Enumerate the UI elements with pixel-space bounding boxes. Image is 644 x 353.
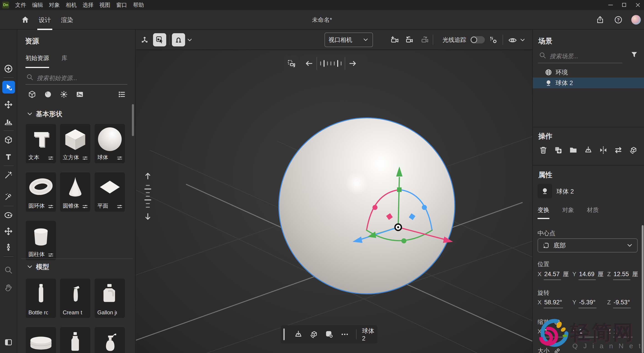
chevron-down-icon[interactable]: [26, 264, 33, 270]
mirror-icon[interactable]: [599, 146, 608, 155]
pan-tool[interactable]: [4, 227, 13, 236]
properties-scrollbar[interactable]: [642, 225, 644, 353]
asset-card-torus[interactable]: 圆环体: [26, 172, 56, 212]
position-z-field[interactable]: Z 12.55 厘: [607, 270, 642, 280]
tab-library[interactable]: 库: [62, 54, 67, 62]
drop-to-ground-icon[interactable]: [294, 330, 303, 339]
share-icon[interactable]: [596, 16, 604, 24]
asset-card-cube[interactable]: 立方体: [60, 124, 90, 163]
raytrace-toggle[interactable]: [470, 36, 485, 44]
arrow-left-icon[interactable]: [305, 59, 313, 68]
tune-icon[interactable]: [82, 203, 88, 210]
menu-file[interactable]: 文件: [12, 0, 29, 10]
menu-view[interactable]: 视图: [96, 0, 113, 10]
position-x-field[interactable]: X 24.57 厘: [538, 270, 572, 280]
asset-card-cone[interactable]: 圆锥体: [60, 172, 90, 212]
more-options-icon[interactable]: [340, 330, 349, 339]
asset-card-cylinder[interactable]: 圆柱体: [26, 221, 56, 260]
tab-transform[interactable]: 变换: [538, 206, 550, 214]
toggle-panel-icon[interactable]: [4, 338, 13, 347]
rotate-object-icon[interactable]: [309, 330, 318, 339]
move-tool[interactable]: [4, 100, 13, 109]
asset-card-square-bottle[interactable]: [60, 327, 90, 353]
minimize-button[interactable]: [608, 2, 614, 8]
camera-redo-icon[interactable]: [420, 36, 429, 44]
pivot-dropdown[interactable]: 底部: [538, 238, 638, 252]
tune-icon[interactable]: [82, 155, 88, 162]
camera-bookmark-button[interactable]: [284, 55, 299, 72]
vertical-dolly-widget[interactable]: [143, 172, 153, 221]
category-models-icon[interactable]: [28, 90, 36, 99]
category-images-icon[interactable]: [76, 90, 84, 99]
menu-help[interactable]: 帮助: [130, 0, 147, 10]
scene-item-sphere2[interactable]: 球体 2: [533, 78, 644, 88]
category-materials-icon[interactable]: [44, 90, 52, 99]
tab-object[interactable]: 对象: [562, 206, 574, 214]
duplicate-icon[interactable]: [554, 146, 563, 155]
zoom-tool[interactable]: [4, 266, 13, 274]
link-icon[interactable]: [554, 318, 561, 326]
add-content-icon[interactable]: [4, 64, 13, 74]
dolly-bar[interactable]: [300, 55, 367, 72]
tab-starter-assets[interactable]: 初始资源: [26, 54, 49, 62]
asset-card-plane[interactable]: 平面: [94, 172, 125, 212]
select-tool[interactable]: [2, 81, 15, 94]
link-icon[interactable]: [554, 347, 561, 353]
scene-item-environment[interactable]: 环境: [533, 67, 644, 78]
delete-icon[interactable]: [539, 146, 548, 155]
align-tool[interactable]: [4, 117, 13, 126]
avatar[interactable]: [631, 15, 641, 24]
asset-card-cream-tube[interactable]: Cream tu...: [60, 278, 90, 318]
drag-handle[interactable]: [283, 328, 285, 340]
list-view-icon[interactable]: [117, 90, 126, 99]
dolly-tool[interactable]: [4, 243, 13, 252]
scale-x-field[interactable]: X 1: [538, 328, 572, 337]
help-icon[interactable]: [614, 16, 622, 24]
eyedropper-tool[interactable]: [4, 192, 13, 201]
text-tool[interactable]: [4, 152, 13, 161]
scene-search-input[interactable]: 搜索场景...: [550, 52, 578, 60]
orbit-tool[interactable]: [4, 210, 13, 220]
asset-card-text[interactable]: 文本: [26, 124, 56, 163]
scale-z-field[interactable]: Z 1: [607, 328, 642, 337]
viewport-3d[interactable]: 球体 2: [136, 50, 532, 353]
menu-select[interactable]: 选择: [80, 0, 96, 10]
rotation-y-field[interactable]: Y -5.39°: [572, 299, 607, 308]
gizmo-axes-icon[interactable]: [140, 36, 149, 44]
asset-card-pump-bottle[interactable]: [94, 327, 125, 353]
magic-wand-tool[interactable]: [4, 170, 13, 180]
rotation-x-field[interactable]: X 58.92°: [538, 299, 572, 308]
tune-icon[interactable]: [47, 252, 54, 258]
camera-select[interactable]: 视口相机: [324, 32, 373, 47]
asset-card-jar[interactable]: [26, 327, 56, 353]
group-folder-icon[interactable]: [569, 146, 578, 155]
chevron-down-icon[interactable]: [186, 37, 193, 43]
arrow-down-icon[interactable]: [144, 212, 152, 221]
close-button[interactable]: [635, 2, 641, 8]
chevron-down-icon[interactable]: [520, 37, 526, 43]
asset-card-bottle[interactable]: Bottle ro...: [26, 278, 56, 318]
menu-camera[interactable]: 相机: [63, 0, 80, 10]
asset-card-sphere[interactable]: 球体: [94, 124, 125, 163]
assets-scrollbar[interactable]: [132, 104, 134, 136]
add-camera-icon[interactable]: [390, 36, 399, 44]
assets-search-input[interactable]: 搜索初始资源...: [37, 74, 77, 82]
asset-card-gallon-jug[interactable]: Gallon jug: [94, 278, 125, 318]
rotate-object-icon[interactable]: [629, 146, 638, 155]
tune-icon[interactable]: [116, 155, 123, 162]
category-lights-icon[interactable]: [60, 90, 68, 99]
filter-icon[interactable]: [630, 50, 638, 59]
arrow-right-icon[interactable]: [348, 59, 357, 68]
camera-undo-icon[interactable]: [405, 36, 414, 44]
select-object-mode-button[interactable]: [153, 33, 166, 46]
menu-window[interactable]: 窗口: [113, 0, 130, 10]
drop-to-ground-icon[interactable]: [584, 146, 593, 155]
swap-icon[interactable]: [614, 146, 623, 155]
rotation-z-field[interactable]: Z -9.53°: [607, 299, 642, 308]
transform-gizmo[interactable]: [136, 50, 532, 353]
arrow-up-icon[interactable]: [144, 172, 152, 180]
menu-object[interactable]: 对象: [46, 0, 63, 10]
primitive-tool[interactable]: [4, 135, 13, 144]
chevron-down-icon[interactable]: [26, 110, 33, 117]
material-icon[interactable]: [325, 330, 334, 339]
